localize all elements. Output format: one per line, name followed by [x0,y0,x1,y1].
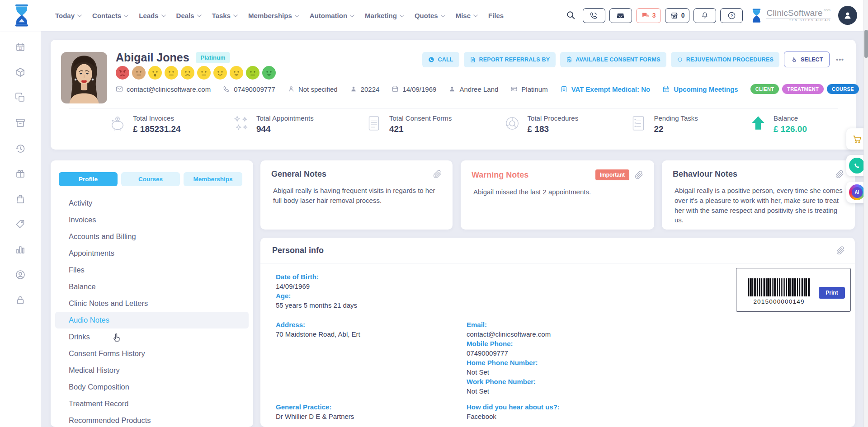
calendar-icon [392,85,399,93]
mood-emoji[interactable] [197,66,211,80]
mood-emoji[interactable] [148,66,162,80]
upcoming-meetings-link[interactable]: Upcoming Meetings [662,85,738,93]
print-barcode-button[interactable]: Print [819,287,845,299]
paperclip-icon[interactable] [433,170,442,178]
nav-item[interactable]: Marketing [365,12,403,19]
client-header-card: Abigail Jones Platinum [51,40,856,150]
nav-item[interactable]: Tasks [212,12,236,19]
paperclip-icon[interactable] [836,246,845,255]
barcode-number: 2015000000149 [739,298,819,305]
profile-menu-item[interactable]: Audio Notes [55,312,249,328]
profile-menu-item[interactable]: Consent Forms History [55,345,249,362]
select-button[interactable]: SELECT [784,52,830,67]
account-icon[interactable] [15,269,26,280]
home-phone-value: Not Set [467,367,647,377]
search-icon[interactable] [566,10,576,20]
profile-menu-item[interactable]: Files [55,262,249,278]
inbox-button[interactable] [609,8,632,23]
chevron-down-icon [124,13,128,17]
left-icon-rail: 12 [0,31,41,427]
profile-tab[interactable]: Courses [121,172,180,186]
file-icon [470,56,476,63]
mood-emoji[interactable] [181,66,194,80]
mood-emoji[interactable] [213,66,227,80]
profile-tabs: Profile Courses Memberships [59,172,242,186]
shopping-bag-icon[interactable] [15,193,26,204]
notifications-button[interactable] [693,8,716,23]
client-phone: 07490009777 [223,85,275,93]
main-nav: Today Contacts Leads Deals Tasks [55,0,504,31]
vat-document-icon [560,85,568,93]
history-icon[interactable] [15,143,26,154]
header-divider [69,108,838,108]
help-button[interactable]: ? [720,8,743,23]
copy-icon[interactable] [15,92,26,103]
profile-menu: Activity Invoices Accounts and Billing A… [51,195,253,427]
nav-item[interactable]: Memberships [248,12,298,19]
client-label-chip: COURSE [827,84,859,94]
gift-icon[interactable] [15,168,26,179]
profile-menu-item[interactable]: Invoices [55,211,249,228]
profile-menu-item[interactable]: Accounts and Billing [55,228,249,245]
nav-item[interactable]: Quotes [415,12,444,19]
mood-emoji[interactable] [230,66,243,80]
client-name: Abigail Jones [116,51,189,64]
bar-chart-icon[interactable] [15,244,26,255]
chevron-down-icon [233,13,238,17]
vat-exempt-link[interactable]: VAT Exempt Medical: No [560,85,650,93]
nav-item[interactable]: Leads [139,12,164,19]
mood-emoji[interactable] [246,66,259,80]
more-actions-button[interactable]: ••• [834,54,846,65]
nav-item[interactable]: Files [488,12,504,19]
mood-emoji[interactable] [262,66,276,80]
clipboard-pen-icon [566,56,572,63]
profile-tab[interactable]: Memberships [184,172,242,186]
lock-icon[interactable] [15,295,26,305]
report-referrals-button[interactable]: REPORT REFERRALS BY [464,52,556,67]
nav-item[interactable]: Automation [310,12,353,19]
phone-call-button[interactable] [583,8,605,23]
gp-value: Dr Whillier D E & Partners [276,412,457,421]
mood-emoji[interactable] [165,66,178,80]
profile-menu-item[interactable]: Activity [55,195,249,211]
profile-menu-item[interactable]: Appointments [55,245,249,262]
store-button[interactable]: 0 [665,8,690,23]
stat-balance: Balance£ 126.00 [749,114,807,134]
rejuvenation-procedures-button[interactable]: REJUVENATION PROCEDURES [671,52,779,67]
dob-age-group: Date of Birth:14/09/1969 Age:55 years 5 … [276,272,457,310]
mood-emoji[interactable] [132,66,146,80]
nav-item[interactable]: Contacts [92,12,127,19]
scrollbar-thumb[interactable] [864,30,868,58]
profile-menu-item[interactable]: Body Composition [55,379,249,395]
nav-item[interactable]: Deals [176,12,200,19]
tag-icon[interactable] [15,219,26,230]
chevron-down-icon [441,13,445,17]
consent-forms-button[interactable]: AVAILABLE CONSENT FORMS [560,52,666,67]
paperclip-icon[interactable] [635,171,643,179]
chevron-down-icon [197,13,202,17]
profile-menu-item[interactable]: Clinic Notes and Letters [55,295,249,312]
archive-box-icon[interactable] [15,117,26,128]
profile-menu-item[interactable]: Medical History [55,362,249,379]
calendar-day-icon[interactable]: 12 [15,42,26,52]
profile-menu-item[interactable]: Balance [55,278,249,295]
profile-menu-item[interactable]: Recommended Products [55,412,249,427]
client-dob: 14/09/1969 [392,85,436,93]
email-value: contact@clinicsoftware.com [467,329,647,339]
profile-menu-item[interactable]: Drinks [55,328,249,345]
chat-button[interactable]: 3 [636,8,661,23]
chat-count-badge: 3 [652,12,656,19]
warning-notes-title: Warning Notes [472,170,528,180]
package-icon[interactable] [15,67,26,78]
profile-tab[interactable]: Profile [59,172,118,186]
document-icon [365,114,383,132]
nav-item[interactable]: Today [55,12,80,19]
general-notes-body: Abigail really is having frequent visits… [271,186,442,206]
mood-emoji[interactable] [116,66,129,80]
nav-item[interactable]: Misc [456,12,476,19]
call-button[interactable]: CALL [422,52,459,67]
paperclip-icon[interactable] [835,170,844,178]
user-avatar[interactable] [838,6,857,25]
profile-menu-item[interactable]: Treatment Record [55,395,249,412]
barcode [748,278,810,296]
